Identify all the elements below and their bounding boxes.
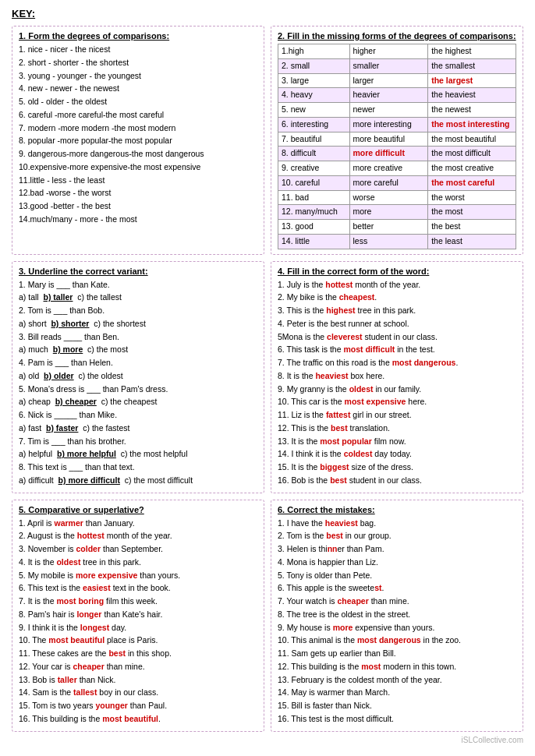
section-4: 4. Fill in the correct form of the word:… bbox=[271, 261, 523, 493]
section-1-title: 1. Form the degrees of comparisons: bbox=[19, 31, 257, 41]
section-6-title: 6. Correct the mistakes: bbox=[278, 505, 516, 514]
section-3: 3. Underline the correct variant: 1. Mar… bbox=[12, 261, 264, 493]
comparisons-table: 1.highhigherthe highest 2. smallsmallert… bbox=[278, 44, 516, 249]
section-5: 5. Comparative or superlative? 1. April … bbox=[12, 500, 264, 732]
page-title: KEY: bbox=[12, 8, 523, 19]
section-3-title: 3. Underline the correct variant: bbox=[19, 267, 257, 276]
section-4-title: 4. Fill in the correct form of the word: bbox=[278, 267, 516, 276]
section-5-title: 5. Comparative or superlative? bbox=[19, 505, 257, 514]
section-2-title: 2. Fill in the missing forms of the degr… bbox=[278, 31, 516, 41]
section-1-content: 1. nice - nicer - the nicest 2. short - … bbox=[19, 44, 257, 226]
watermark: iSLCollective.com bbox=[12, 736, 523, 744]
section-1: 1. Form the degrees of comparisons: 1. n… bbox=[12, 26, 264, 255]
section-6: 6. Correct the mistakes: 1. I have the h… bbox=[271, 500, 523, 732]
section-2: 2. Fill in the missing forms of the degr… bbox=[271, 26, 523, 255]
